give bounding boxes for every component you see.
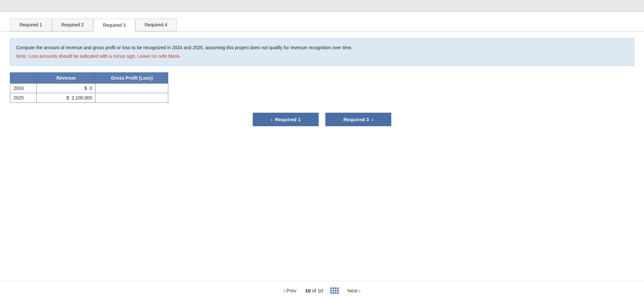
instruction-note-text: Note: Loss amounts should be indicated w…	[16, 53, 628, 60]
gross-profit-2024-input[interactable]	[96, 84, 168, 93]
tabs-container: Required 1 Required 2 Required 3 Require…	[10, 19, 634, 31]
gross-profit-2025-input[interactable]	[96, 93, 168, 102]
main-content: Compute the amount of revenue and gross …	[0, 31, 644, 143]
total-pages: 10	[317, 288, 323, 293]
next-page-button[interactable]: Next ›	[344, 286, 364, 295]
page-wrapper: Required 1 Required 2 Required 3 Require…	[0, 0, 644, 300]
col-header-revenue: Revenue	[37, 72, 96, 83]
pagination-separator: of	[312, 288, 316, 293]
instruction-main-text: Compute the amount of revenue and gross …	[16, 44, 628, 51]
prev-button-label: Required 1	[275, 117, 301, 122]
revenue-2024-cell: $ 0	[37, 83, 96, 93]
nav-buttons-container: ‹ Required 1 Required 3 ›	[10, 113, 634, 126]
next-button-label: Required 3	[343, 117, 369, 122]
grid-icon-dots[interactable]	[330, 287, 339, 294]
top-bar	[0, 0, 644, 12]
prev-chevron-icon: ‹	[271, 117, 273, 122]
tab-required-3[interactable]: Required 3	[93, 19, 135, 32]
tab-required-1[interactable]: Required 1	[10, 19, 52, 31]
grid-view-icon[interactable]	[328, 287, 339, 294]
prev-chevron-icon: ‹	[283, 288, 285, 293]
gross-profit-2025-cell[interactable]	[96, 93, 168, 102]
next-page-chevron-icon: ›	[359, 288, 361, 293]
pagination-bar: ‹ Prev 10 of 10	[0, 281, 644, 300]
year-2024: 2024	[10, 83, 37, 93]
pagination-info: 10 of 10	[305, 288, 323, 293]
next-chevron-icon: ›	[371, 117, 373, 122]
revenue-2024-value: 0	[90, 86, 92, 91]
revenue-table: Revenue Gross Profit (Loss) 2024 $ 0	[10, 72, 168, 103]
table-row: 2024 $ 0	[10, 83, 168, 93]
tab-required-4[interactable]: Required 4	[135, 19, 177, 31]
revenue-2025-value: 2,100,000	[72, 95, 92, 100]
dollar-sign-2024: $	[84, 86, 87, 91]
current-page: 10	[305, 288, 311, 293]
prev-page-label: Prev	[286, 288, 297, 293]
revenue-2025-cell: $ 2,100,000	[37, 93, 96, 102]
prev-page-button[interactable]: ‹ Prev	[280, 286, 300, 295]
tabs-area: Required 1 Required 2 Required 3 Require…	[0, 12, 644, 31]
dollar-sign-2025: $	[66, 95, 69, 100]
col-header-gross-profit: Gross Profit (Loss)	[96, 72, 168, 83]
next-page-label: Next	[347, 288, 358, 293]
next-required-button[interactable]: Required 3 ›	[325, 113, 391, 126]
tab-required-2[interactable]: Required 2	[52, 19, 94, 31]
data-table-wrapper: Revenue Gross Profit (Loss) 2024 $ 0	[10, 72, 634, 103]
year-2025: 2025	[10, 93, 37, 102]
col-header-empty	[10, 72, 37, 83]
gross-profit-2024-cell[interactable]	[96, 83, 168, 93]
instruction-box: Compute the amount of revenue and gross …	[10, 38, 634, 66]
prev-required-button[interactable]: ‹ Required 1	[253, 113, 319, 126]
table-row: 2025 $ 2,100,000	[10, 93, 168, 102]
